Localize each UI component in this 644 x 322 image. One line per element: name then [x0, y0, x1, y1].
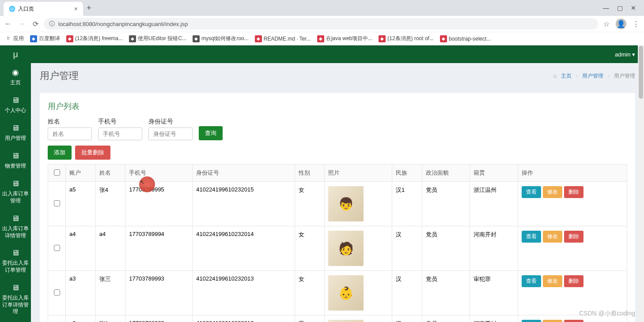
cell-photo: 👶 — [325, 271, 392, 315]
edit-button[interactable]: 修改 — [543, 231, 562, 243]
view-button[interactable]: 查看 — [522, 275, 541, 287]
bookmark-item[interactable]: ◆(12条消息) freema... — [66, 35, 123, 42]
cell-name: 张2 — [95, 315, 125, 322]
cell-phone: 17703789994 — [125, 226, 193, 271]
column-header: 账户 — [66, 165, 96, 182]
bookmark-item[interactable]: ◆mysql如何修改roo... — [193, 35, 249, 42]
row-checkbox[interactable] — [54, 245, 60, 251]
cell-actions: 查看 修改 删除 — [518, 271, 627, 315]
page-header: 用户管理 ⌂ 主页 › 用户管理 › 用户管理 — [31, 63, 644, 89]
chevron-down-icon: ▾ — [632, 51, 635, 58]
close-icon[interactable]: × — [74, 5, 78, 12]
view-button[interactable]: 查看 — [522, 320, 541, 322]
edit-button[interactable]: 修改 — [543, 186, 562, 198]
sidebar-item-label: 个人中心 — [5, 107, 26, 114]
cell-ethnic: 汉 — [392, 315, 422, 322]
column-header: 籍贯 — [470, 165, 518, 182]
monitor-icon: ◉ — [12, 67, 19, 78]
idcard-label: 身份证号 — [148, 118, 193, 126]
delete-button[interactable]: 删除 — [564, 320, 583, 322]
breadcrumb-last: 用户管理 — [614, 72, 635, 80]
star-icon[interactable]: ☆ — [603, 20, 610, 28]
maximize-icon[interactable]: ▢ — [617, 4, 623, 11]
column-header: 手机号 — [125, 165, 193, 182]
globe-icon: 🌐 — [9, 6, 15, 12]
idcard-input[interactable] — [148, 127, 193, 140]
sidebar-item[interactable]: 🖥出入库订单详情管理 — [0, 209, 31, 244]
apps-icon[interactable]: ⠿ 应用 — [4, 35, 24, 42]
delete-button[interactable]: 删除 — [564, 186, 583, 198]
sidebar-item[interactable]: 🖥委托出入库订单详情管理 — [0, 278, 31, 320]
edit-button[interactable]: 修改 — [543, 320, 562, 322]
cell-origin: 河南开封 — [470, 226, 518, 271]
bookmark-item[interactable]: ◆使用UEditor 报错C... — [129, 35, 186, 42]
sidebar-item[interactable]: 🖥用户管理 — [0, 119, 31, 146]
delete-button[interactable]: 删除 — [564, 275, 583, 287]
reload-icon[interactable]: ⟳ — [33, 20, 38, 28]
user-table: 账户姓名手机号身份证号性别照片民族政治面貌籍贯操作 a5 张4 17703789… — [48, 164, 627, 322]
watermark: CSDN @小蔡coding — [579, 310, 635, 318]
bookmark-item[interactable]: ◆README.md · Ter... — [255, 35, 311, 42]
cell-ethnic: 汉 — [392, 271, 422, 315]
view-button[interactable]: 查看 — [522, 186, 541, 198]
avatar-image: 👦 — [328, 320, 364, 322]
cell-politics: 党员 — [422, 315, 470, 322]
batch-delete-button[interactable]: 批量删除 — [75, 146, 110, 160]
cell-name: 张三 — [95, 271, 125, 315]
browser-tab[interactable]: 🌐 入口页 × — [4, 2, 83, 16]
sidebar-item[interactable]: 🖥出入库订单管理 — [0, 174, 31, 209]
minimize-icon[interactable]: — — [603, 4, 609, 11]
row-checkbox[interactable] — [54, 200, 60, 206]
phone-input[interactable] — [98, 127, 142, 140]
sidebar-item[interactable]: ◉主页 — [0, 63, 31, 91]
column-header: 性别 — [295, 165, 325, 182]
breadcrumb-mid[interactable]: 用户管理 — [582, 72, 603, 80]
profile-icon[interactable]: 👤 — [616, 19, 626, 29]
column-header: 操作 — [518, 165, 627, 182]
view-button[interactable]: 查看 — [522, 231, 541, 243]
brand-logo: μ — [0, 45, 31, 63]
select-all-checkbox[interactable] — [54, 169, 60, 176]
monitor-icon: 🖥 — [11, 213, 19, 224]
bookmark-item[interactable]: ◆在java web项目中... — [317, 35, 372, 42]
table-row: a3 张三 17703789993 410224199610232013 女 👶… — [48, 271, 627, 315]
user-menu[interactable]: admin ▾ — [615, 51, 635, 58]
scrollbar[interactable] — [638, 45, 644, 322]
forward-icon[interactable]: → — [19, 20, 26, 28]
cell-idcard: 410224199610232015 — [193, 182, 295, 226]
sidebar-item[interactable]: 🖥物资管理 — [0, 146, 31, 174]
row-checkbox[interactable] — [54, 289, 60, 296]
search-button[interactable]: 查询 — [199, 126, 223, 140]
cell-origin: 审犯罪 — [470, 271, 518, 315]
filters: 姓名 手机号 身份证号 查询 — [48, 118, 627, 140]
page-title: 用户管理 — [40, 69, 79, 82]
sidebar-item[interactable]: 🖥个人中心 — [0, 91, 31, 119]
bookmark-item[interactable]: ◆bootstrap-select... — [440, 35, 491, 42]
add-button[interactable]: 添加 — [48, 146, 72, 160]
cell-gender: 女 — [295, 182, 325, 226]
sidebar-item-label: 委托出入库订单详情管理 — [2, 295, 29, 315]
bookmark-item[interactable]: ◆(12条消息) root of... — [379, 35, 434, 42]
window-controls: — ▢ ✕ — [603, 4, 640, 11]
column-header: 姓名 — [95, 165, 125, 182]
monitor-icon: 🖥 — [11, 95, 19, 105]
breadcrumb-home[interactable]: 主页 — [561, 72, 572, 80]
sidebar-item[interactable]: 🖥留言管理 — [0, 320, 31, 322]
sidebar: μ ◉主页🖥个人中心🖥用户管理🖥物资管理🖥出入库订单管理🖥出入库订单详情管理🖥委… — [0, 45, 31, 322]
cell-idcard: 410224199610232013 — [193, 271, 295, 315]
close-window-icon[interactable]: ✕ — [631, 4, 636, 11]
cell-phone: 17703789993 — [125, 271, 193, 315]
menu-icon[interactable]: ⋮ — [633, 20, 640, 28]
add-tab-button[interactable]: + — [87, 4, 91, 13]
bookmark-item[interactable]: ◆百度翻译 — [30, 35, 60, 42]
name-input[interactable] — [48, 127, 92, 140]
avatar-image: 👦 — [328, 186, 364, 221]
edit-button[interactable]: 修改 — [543, 275, 562, 287]
monitor-icon: 🖥 — [11, 151, 19, 161]
sidebar-item[interactable]: 🖥委托出入库订单管理 — [0, 243, 31, 278]
url-input[interactable]: ⓘ localhost:8080/nongchanpincangkuguanli… — [44, 18, 598, 30]
home-icon: ⌂ — [553, 73, 557, 79]
tab-title: 入口页 — [18, 5, 34, 13]
back-icon[interactable]: ← — [4, 20, 11, 28]
delete-button[interactable]: 删除 — [564, 231, 583, 243]
